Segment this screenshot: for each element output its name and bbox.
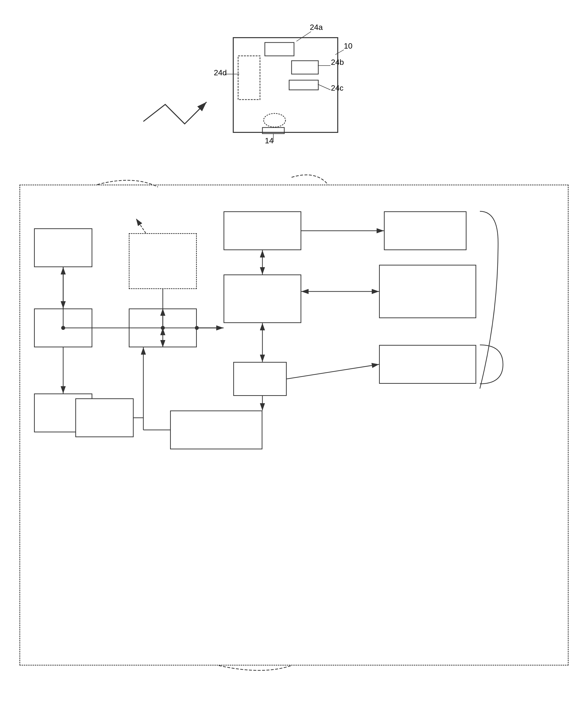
antenna3-box xyxy=(379,345,476,384)
antenna1-box xyxy=(170,410,262,449)
engine-box xyxy=(34,228,92,267)
svg-text:14: 14 xyxy=(265,136,274,145)
svg-text:24d: 24d xyxy=(214,68,227,77)
cluster-box xyxy=(34,308,92,347)
svg-line-9 xyxy=(335,50,344,55)
vehicle-ecu-box xyxy=(224,275,301,323)
device-diagram-svg: 24a 10 24b 24c 24d 14 xyxy=(209,18,355,147)
storage-box xyxy=(379,265,476,318)
svg-text:24b: 24b xyxy=(331,58,344,67)
svg-rect-2 xyxy=(265,43,294,56)
valet-interface-box xyxy=(129,233,197,289)
body-ecu-box xyxy=(129,308,197,347)
svg-point-6 xyxy=(264,113,286,127)
svg-rect-1 xyxy=(233,38,338,132)
svg-text:24c: 24c xyxy=(331,84,343,92)
transm-box xyxy=(233,362,287,396)
svg-rect-5 xyxy=(238,56,260,100)
antenna2-box xyxy=(224,211,301,250)
svg-line-8 xyxy=(296,31,311,41)
svg-rect-4 xyxy=(289,80,318,90)
doors-sens-box xyxy=(75,398,134,437)
svg-rect-7 xyxy=(262,128,284,134)
svg-text:10: 10 xyxy=(344,42,353,50)
svg-line-11 xyxy=(318,84,331,90)
svg-text:24a: 24a xyxy=(310,23,323,31)
fig3-arrow-svg xyxy=(0,0,588,185)
receiver-box xyxy=(384,211,466,250)
svg-rect-3 xyxy=(292,61,318,74)
